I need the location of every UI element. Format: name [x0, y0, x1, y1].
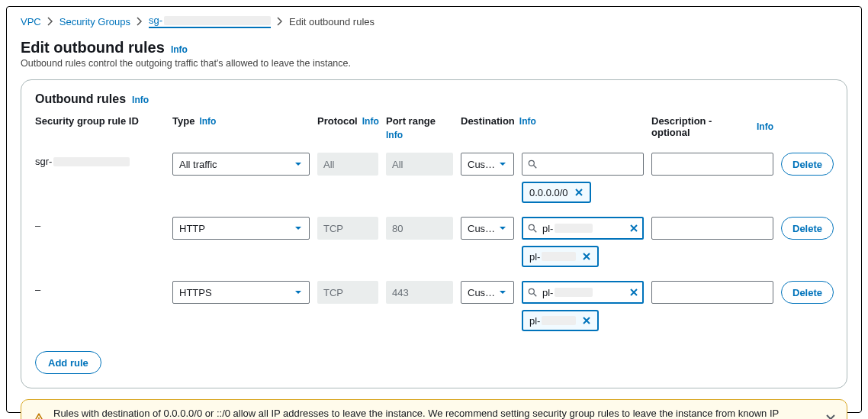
- type-select[interactable]: HTTP: [172, 217, 310, 240]
- protocol-field: TCP: [317, 217, 378, 240]
- col-type: Type Info: [172, 115, 310, 127]
- destination-value-cell: 0.0.0.0/0: [522, 153, 644, 203]
- destination-search-input[interactable]: [522, 153, 644, 176]
- destination-search-input[interactable]: pl-: [522, 217, 644, 240]
- remove-chip-icon[interactable]: [582, 252, 591, 261]
- page-title-text: Edit outbound rules: [21, 39, 165, 56]
- delete-rule-button[interactable]: Delete: [781, 281, 834, 304]
- port-range-field: All: [386, 153, 453, 176]
- breadcrumb-sg-id[interactable]: sg-: [149, 15, 271, 28]
- type-select[interactable]: All traffic: [172, 153, 310, 176]
- col-protocol-info[interactable]: Info: [362, 116, 379, 127]
- svg-line-5: [534, 294, 537, 297]
- svg-point-4: [529, 288, 534, 294]
- clear-input-icon[interactable]: [629, 288, 638, 297]
- page-subtitle: Outbound rules control the outgoing traf…: [21, 58, 847, 69]
- chevron-right-icon: [47, 17, 53, 26]
- chevron-right-icon: [137, 17, 143, 26]
- breadcrumb-security-groups[interactable]: Security Groups: [59, 16, 130, 27]
- caret-down-icon: [498, 224, 507, 233]
- svg-line-3: [534, 230, 537, 233]
- description-input[interactable]: [651, 217, 773, 240]
- col-desc-info[interactable]: Info: [757, 121, 773, 132]
- destination-type-select[interactable]: Cus…: [461, 153, 514, 176]
- search-icon: [527, 287, 538, 298]
- caret-down-icon: [498, 160, 507, 169]
- outbound-rules-panel: Outbound rules Info Security group rule …: [21, 79, 847, 388]
- destination-chip: pl-: [522, 310, 599, 331]
- page-title-info-link[interactable]: Info: [171, 44, 188, 55]
- breadcrumb-current: Edit outbound rules: [289, 16, 375, 27]
- col-port: Port range Info: [386, 115, 453, 140]
- destination-chip: 0.0.0.0/0: [522, 182, 591, 203]
- port-range-field: 80: [386, 217, 453, 240]
- warning-alert: Rules with destination of 0.0.0.0/0 or :…: [21, 399, 847, 419]
- delete-rule-button[interactable]: Delete: [781, 153, 834, 176]
- col-rule-id: Security group rule ID: [35, 115, 165, 127]
- caret-down-icon: [294, 160, 303, 169]
- caret-down-icon: [294, 288, 303, 297]
- table-row: –HTTPSTCP443Cus…pl-pl-Delete: [35, 281, 833, 331]
- breadcrumb-vpc[interactable]: VPC: [21, 16, 41, 27]
- panel-title: Outbound rules Info: [35, 92, 833, 106]
- clear-input-icon[interactable]: [629, 224, 638, 233]
- port-range-field: 443: [386, 281, 453, 304]
- description-input[interactable]: [651, 281, 773, 304]
- description-input[interactable]: [651, 153, 773, 176]
- add-rule-button[interactable]: Add rule: [35, 351, 101, 374]
- chevron-right-icon: [277, 17, 283, 26]
- search-icon: [527, 223, 538, 234]
- remove-chip-icon[interactable]: [574, 188, 583, 197]
- remove-chip-icon[interactable]: [582, 316, 591, 325]
- col-dest-info[interactable]: Info: [519, 116, 536, 127]
- destination-chip: pl-: [522, 246, 599, 267]
- panel-title-text: Outbound rules: [35, 92, 126, 106]
- destination-search-input[interactable]: pl-: [522, 281, 644, 304]
- col-type-info[interactable]: Info: [199, 116, 216, 127]
- svg-line-1: [534, 166, 537, 169]
- caret-down-icon: [294, 224, 303, 233]
- protocol-field: All: [317, 153, 378, 176]
- sg-id-prefix: sg-: [149, 15, 162, 26]
- page-title: Edit outbound rules Info: [21, 39, 847, 56]
- alert-close-button[interactable]: [825, 414, 836, 419]
- destination-type-select[interactable]: Cus…: [461, 281, 514, 304]
- warning-icon: [32, 412, 46, 419]
- col-dest: Destination Info: [461, 115, 514, 127]
- destination-type-select[interactable]: Cus…: [461, 217, 514, 240]
- panel-info-link[interactable]: Info: [132, 95, 149, 105]
- rule-id-cell: –: [35, 220, 165, 231]
- table-header-row: Security group rule ID Type Info Protoco…: [35, 115, 833, 140]
- col-desc: Description - optional Info: [651, 115, 773, 138]
- rule-id-cell: sgr-: [35, 156, 165, 167]
- search-icon: [527, 159, 538, 169]
- svg-point-2: [529, 224, 534, 230]
- destination-value-cell: pl-pl-: [522, 217, 644, 267]
- col-port-info[interactable]: Info: [386, 130, 453, 140]
- table-row: sgr-All trafficAllAllCus…0.0.0.0/0Delete: [35, 153, 833, 203]
- col-protocol: Protocol Info: [317, 115, 378, 127]
- protocol-field: TCP: [317, 281, 378, 304]
- caret-down-icon: [498, 288, 507, 297]
- type-select[interactable]: HTTPS: [172, 281, 310, 304]
- rule-id-cell: –: [35, 284, 165, 295]
- breadcrumb: VPC Security Groups sg- Edit outbound ru…: [21, 13, 847, 33]
- delete-rule-button[interactable]: Delete: [781, 217, 834, 240]
- alert-text: Rules with destination of 0.0.0.0/0 or :…: [53, 408, 818, 419]
- svg-point-0: [529, 160, 534, 166]
- redacted-sg-id: [164, 16, 271, 25]
- table-row: –HTTPTCP80Cus…pl-pl-Delete: [35, 217, 833, 267]
- destination-value-cell: pl-pl-: [522, 281, 644, 331]
